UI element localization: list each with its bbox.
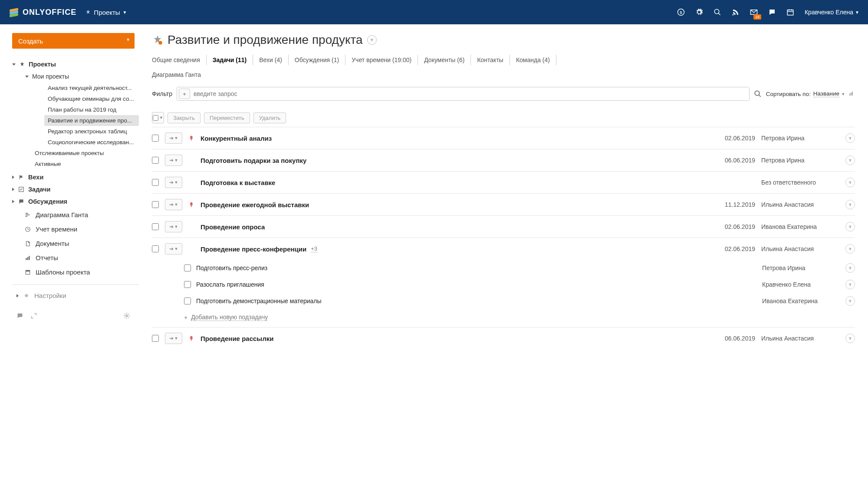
tab-contacts[interactable]: Контакты	[471, 55, 510, 65]
search-button[interactable]	[754, 90, 762, 98]
task-move-button[interactable]: ➔ ▼	[165, 243, 182, 255]
calendar-icon[interactable]	[786, 8, 794, 16]
sidebar-settings[interactable]: Настройки	[12, 288, 139, 303]
subtask-checkbox[interactable]	[184, 298, 191, 304]
sidebar-tracked-projects[interactable]: Отслеживаемые проекты	[25, 148, 139, 159]
priority-icon: ·	[188, 179, 194, 186]
sidebar-my-projects[interactable]: Мои проекты	[25, 70, 139, 83]
task-title[interactable]: Проведение опроса	[201, 223, 701, 231]
filter-input[interactable]	[192, 87, 749, 100]
bulk-move-button[interactable]: Переместить	[204, 112, 250, 123]
compass-icon	[19, 61, 25, 67]
task-checkbox[interactable]	[152, 179, 159, 186]
add-subtask-link[interactable]: Добавить новую подзадачу	[191, 314, 268, 321]
sidebar-projects-root[interactable]: Проекты	[12, 58, 139, 70]
task-title[interactable]: Проведение рассылки	[201, 335, 701, 342]
expand-icon[interactable]	[30, 312, 37, 319]
subtask-actions-menu[interactable]: ▼	[845, 296, 855, 306]
subtask-title[interactable]: Подготовить пресс-релиз	[196, 265, 757, 271]
task-checkbox[interactable]	[152, 201, 159, 208]
bulk-close-button[interactable]: Закрыть	[168, 112, 201, 123]
tab-time[interactable]: Учет времени (19:00)	[345, 55, 418, 65]
sidebar-templates[interactable]: Шаблоны проекта	[12, 265, 139, 279]
task-move-button[interactable]: ➔ ▼	[165, 221, 182, 232]
filter-row: Фильтр + Сортировать по: Название ▾	[152, 87, 855, 101]
task-title[interactable]: Проведение ежегодной выставки	[201, 201, 701, 208]
mail-icon[interactable]: 18	[750, 8, 758, 16]
tab-gantt[interactable]: Диаграмма Ганта	[152, 69, 207, 80]
tab-discussions[interactable]: Обсуждения (1)	[289, 55, 345, 65]
tab-milestones[interactable]: Вехи (4)	[253, 55, 289, 65]
task-checkbox[interactable]	[152, 157, 159, 164]
logo[interactable]: ONLYOFFICE	[9, 7, 76, 17]
sidebar-project-item[interactable]: Анализ текущей деятельност...	[48, 83, 139, 93]
task-title[interactable]: Конкурентный анализ	[201, 135, 701, 142]
sidebar-time[interactable]: Учет времени	[12, 222, 139, 236]
sidebar-bottom-bar	[12, 307, 139, 319]
subtask-checkbox[interactable]	[184, 265, 191, 271]
task-move-button[interactable]: ➔ ▼	[165, 155, 182, 166]
module-switcher[interactable]: Проекты ▼	[85, 9, 127, 16]
gear-icon[interactable]	[123, 312, 130, 319]
task-actions-menu[interactable]: ▼	[845, 334, 855, 343]
sidebar: Создать Проекты Мои проекты Анализ текущ…	[0, 24, 148, 358]
sort-value[interactable]: Название	[813, 90, 839, 97]
create-button[interactable]: Создать	[12, 33, 135, 49]
sidebar-project-item[interactable]: Обучающие семинары для со...	[48, 93, 139, 104]
chat-icon[interactable]	[16, 312, 23, 319]
sidebar-project-item[interactable]: Развитие и продвижение про...	[44, 115, 139, 126]
task-move-button[interactable]: ➔ ▼	[165, 132, 182, 144]
gear-icon[interactable]	[695, 8, 703, 16]
task-actions-menu[interactable]: ▼	[845, 222, 855, 231]
sidebar-discussions[interactable]: Обсуждения	[12, 195, 139, 208]
sidebar-active-projects[interactable]: Активные	[25, 159, 139, 169]
task-move-button[interactable]: ➔ ▼	[165, 333, 182, 344]
subtask-actions-menu[interactable]: ▼	[845, 280, 855, 289]
subtask-title[interactable]: Разослать приглашения	[196, 281, 757, 288]
task-title[interactable]: Подготовить подарки за покупку	[201, 157, 701, 164]
tab-documents[interactable]: Документы (6)	[418, 55, 471, 65]
sidebar-tasks[interactable]: Задачи	[12, 183, 139, 195]
task-actions-menu[interactable]: ▼	[845, 244, 855, 254]
page-actions-menu[interactable]: ▼	[367, 35, 377, 45]
subtask-count[interactable]: +3	[311, 245, 317, 252]
feed-icon[interactable]	[732, 8, 740, 16]
bulk-delete-button[interactable]: Удалить	[253, 112, 286, 123]
select-all-input[interactable]	[153, 115, 158, 121]
task-move-button[interactable]: ➔ ▼	[165, 177, 182, 188]
sidebar-project-item[interactable]: Социологические исследован...	[48, 137, 139, 148]
task-checkbox[interactable]	[152, 135, 159, 142]
user-menu[interactable]: Кравченко Елена ▼	[805, 9, 859, 16]
sidebar-reports[interactable]: Отчеты	[12, 251, 139, 265]
chat-icon[interactable]	[768, 8, 776, 16]
task-actions-menu[interactable]: ▼	[845, 155, 855, 165]
task-move-button[interactable]: ➔ ▼	[165, 199, 182, 210]
select-all-checkbox[interactable]: ▼	[152, 112, 164, 123]
task-actions-menu[interactable]: ▼	[845, 133, 855, 143]
subtask-title[interactable]: Подготовить демонстрационные материалы	[196, 298, 757, 304]
task-actions-menu[interactable]: ▼	[845, 200, 855, 209]
tab-tasks[interactable]: Задачи (11)	[207, 55, 253, 65]
tab-overview[interactable]: Общие сведения	[152, 55, 207, 65]
subtask-checkbox[interactable]	[184, 281, 191, 288]
task-checkbox[interactable]	[152, 335, 159, 342]
currency-icon[interactable]: $	[677, 8, 685, 16]
bars-icon[interactable]	[848, 90, 855, 97]
task-actions-menu[interactable]: ▼	[845, 178, 855, 187]
add-subtask-row[interactable]: + Добавить новую подзадачу	[152, 309, 855, 327]
sort-direction[interactable]: ▾	[842, 91, 845, 97]
sidebar-documents[interactable]: Документы	[12, 236, 139, 251]
search-icon[interactable]	[713, 8, 721, 16]
task-checkbox[interactable]	[152, 223, 159, 230]
subtask-actions-menu[interactable]: ▼	[845, 263, 855, 273]
task-title[interactable]: Подготовка к выставке	[201, 179, 701, 186]
sidebar-project-item[interactable]: Редактор электроных таблиц	[48, 126, 139, 137]
sidebar-milestones[interactable]: Вехи	[12, 171, 139, 183]
svg-rect-25	[851, 93, 852, 96]
task-title[interactable]: Проведение пресс-конференции +3	[201, 245, 701, 253]
sidebar-project-item[interactable]: План работы на 2019 год	[48, 104, 139, 115]
tab-team[interactable]: Команда (4)	[510, 55, 556, 65]
filter-add-button[interactable]: +	[179, 89, 190, 99]
sidebar-gantt[interactable]: Диаграмма Ганта	[12, 208, 139, 222]
task-checkbox[interactable]	[152, 245, 159, 252]
